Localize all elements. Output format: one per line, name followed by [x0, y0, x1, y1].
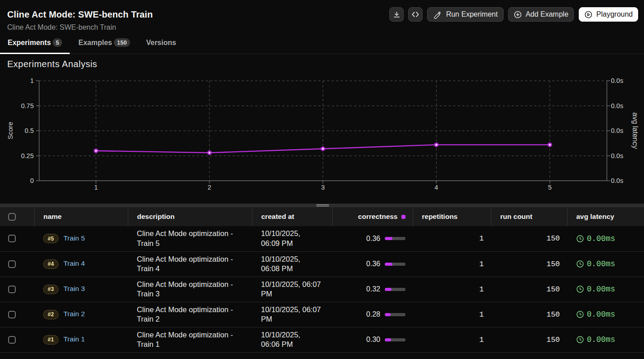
svg-text:3: 3: [321, 184, 324, 191]
svg-text:0.0s: 0.0s: [611, 152, 623, 159]
svg-text:0.0s: 0.0s: [611, 102, 623, 109]
svg-text:4: 4: [435, 184, 438, 191]
svg-text:1: 1: [30, 77, 34, 84]
svg-text:avg latency: avg latency: [631, 113, 639, 149]
svg-text:0: 0: [30, 177, 34, 184]
svg-text:0.0s: 0.0s: [611, 127, 623, 134]
svg-text:0.0s: 0.0s: [611, 177, 623, 184]
svg-text:Score: Score: [6, 122, 14, 139]
svg-text:0.25: 0.25: [21, 152, 34, 159]
svg-text:0.75: 0.75: [21, 102, 34, 109]
svg-text:0.5: 0.5: [25, 127, 34, 134]
svg-text:2: 2: [207, 184, 211, 191]
svg-text:5: 5: [548, 184, 552, 191]
svg-text:1: 1: [94, 184, 98, 191]
svg-text:0.0s: 0.0s: [611, 77, 623, 84]
